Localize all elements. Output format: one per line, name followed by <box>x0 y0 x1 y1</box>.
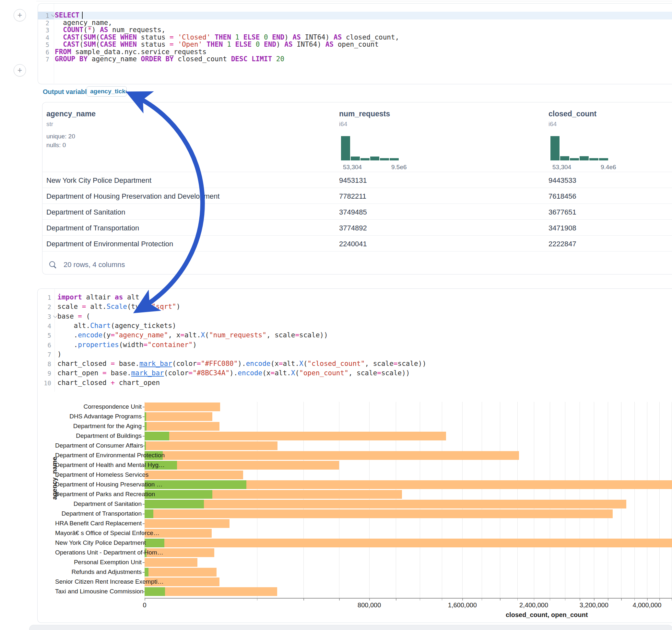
table-cell[interactable]: 2240041 <box>339 240 367 248</box>
code-token: scale <box>57 303 82 311</box>
column-type: str <box>46 121 53 128</box>
code-token <box>116 33 121 41</box>
x-axis-tick <box>442 599 442 601</box>
table-cell[interactable]: Department of Environmental Protection <box>46 240 173 248</box>
y-axis-label: Taxi and Limousine Commission <box>55 588 142 595</box>
code-token: ( <box>83 26 88 34</box>
column-header-closed_count[interactable]: closed_count <box>549 110 597 118</box>
x-axis-tick <box>594 599 595 601</box>
table-cell[interactable]: Department of Sanitation <box>46 208 125 217</box>
code-token: (x <box>262 369 270 377</box>
table-cell[interactable]: 3471908 <box>549 224 576 232</box>
y-axis-tick <box>143 524 145 524</box>
gridline <box>672 402 672 598</box>
code-token: Chart <box>90 322 111 330</box>
bar-open-count[interactable] <box>145 568 148 577</box>
column-header-agency_name[interactable]: agency_name <box>46 110 96 118</box>
code-token: encode <box>238 369 262 377</box>
table-cell[interactable]: 3749485 <box>339 208 367 217</box>
y-axis-tick <box>143 407 145 407</box>
histogram-bar <box>599 158 608 161</box>
bar-closed-count[interactable] <box>145 509 613 518</box>
code-token: alt <box>123 293 139 301</box>
bar-closed-count[interactable] <box>145 422 219 431</box>
y-axis-label: Department of Buildings <box>55 432 142 439</box>
bar-closed-count[interactable] <box>145 500 626 508</box>
bar-closed-count[interactable] <box>145 519 230 528</box>
table-cell[interactable]: Department of Transportation <box>46 224 139 232</box>
bar-closed-count[interactable] <box>145 441 278 450</box>
add-cell-button-top[interactable]: + <box>14 9 26 21</box>
bar-open-count[interactable] <box>145 441 146 450</box>
bar-closed-count[interactable] <box>145 432 446 440</box>
code-token: INT64) <box>301 33 334 41</box>
output-variable-pill[interactable]: agency_tickets <box>87 86 127 97</box>
code-token: sample_data.nyc.service_requests <box>71 48 207 56</box>
code-token: encode <box>246 360 271 367</box>
histogram-max-label: 9.5e6 <box>391 164 407 171</box>
code-token: THEN <box>215 33 231 41</box>
code-token: ( <box>96 33 100 41</box>
bar-closed-count[interactable] <box>145 558 197 567</box>
x-axis-tick <box>482 599 482 601</box>
code-token <box>239 33 243 41</box>
code-line: COUNT(*) AS num_requests, <box>55 26 165 34</box>
bar-closed-count[interactable] <box>145 568 217 577</box>
bar-closed-count[interactable] <box>145 539 672 547</box>
table-cell[interactable]: 9443533 <box>549 176 576 185</box>
bar-open-count[interactable] <box>145 432 169 440</box>
gridline <box>634 402 635 598</box>
line-number: 7 <box>30 56 49 63</box>
table-cell[interactable]: New York City Police Department <box>46 176 151 185</box>
code-token: , x <box>168 331 180 339</box>
code-token: + <box>111 379 115 387</box>
table-cell[interactable]: 3774892 <box>339 224 367 232</box>
code-token: = <box>295 331 299 339</box>
code-token: agency_name <box>88 55 141 63</box>
histogram-bar <box>360 158 369 161</box>
bar-open-count[interactable] <box>145 412 146 421</box>
column-header-num_requests[interactable]: num_requests <box>339 110 390 118</box>
code-token: (width <box>119 341 144 349</box>
code-token: = <box>279 360 283 367</box>
table-cell[interactable]: Department of Housing Preservation and D… <box>46 192 219 201</box>
table-cell[interactable]: 3677651 <box>549 208 576 217</box>
y-axis-label: Department of Consumer Affairs <box>55 442 142 449</box>
bar-closed-count[interactable] <box>145 451 519 460</box>
x-axis-tick-label: 4,000,000 <box>633 602 662 609</box>
bar-closed-count[interactable] <box>145 412 212 421</box>
histogram-bar <box>589 158 598 161</box>
bar-open-count[interactable] <box>145 539 164 547</box>
code-token: SUM <box>83 33 96 41</box>
bar-open-count[interactable] <box>145 422 146 431</box>
code-token: chart_open <box>115 379 160 387</box>
line-number: 4 <box>32 322 51 330</box>
table-row-count: 20 rows, 4 columns <box>64 261 125 269</box>
code-line: .properties(width="container") <box>57 341 197 349</box>
y-axis-tick <box>143 475 145 476</box>
code-token: altair <box>82 293 115 301</box>
y-axis-tick <box>143 562 145 563</box>
bar-closed-count[interactable] <box>145 470 243 479</box>
table-cell[interactable]: 2222847 <box>549 240 576 248</box>
table-cell[interactable]: 9453131 <box>339 176 367 185</box>
y-axis-label: Department for the Aging <box>55 422 142 430</box>
code-token <box>223 41 227 48</box>
add-cell-button-middle[interactable]: + <box>14 64 26 76</box>
table-cell[interactable]: 7782211 <box>339 192 366 201</box>
bar-open-count[interactable] <box>145 500 204 508</box>
bar-open-count[interactable] <box>145 509 153 518</box>
code-token: = <box>102 369 107 377</box>
y-axis-title: agency_name <box>51 457 58 500</box>
y-axis-label: Department of Transportation <box>55 510 142 517</box>
bar-closed-count[interactable] <box>145 403 220 411</box>
table-cell[interactable]: 7618456 <box>549 192 576 201</box>
table-row-divider <box>43 219 672 220</box>
line-number: 3 <box>30 27 49 34</box>
code-token: , scale <box>349 369 377 377</box>
code-token: GROUP BY <box>55 55 88 63</box>
next-cell-collapsed[interactable] <box>29 625 672 630</box>
line-number: 4 <box>30 34 49 41</box>
x-axis-tick <box>420 599 421 601</box>
bar-open-count[interactable] <box>145 587 165 596</box>
